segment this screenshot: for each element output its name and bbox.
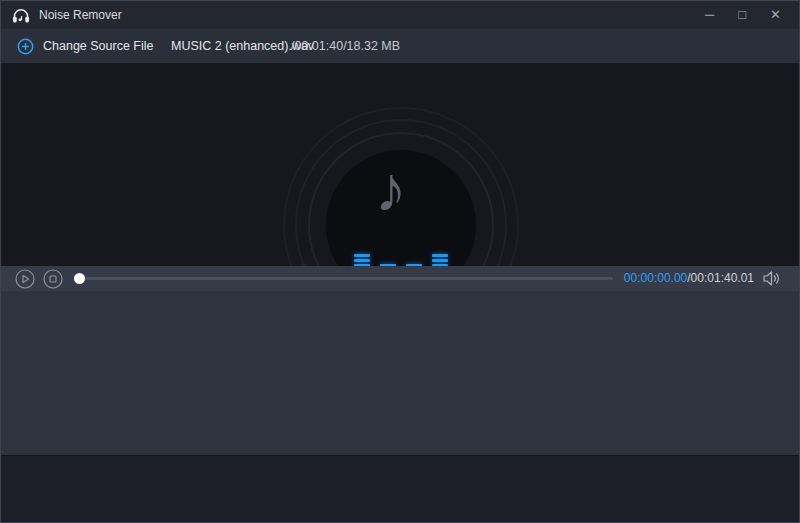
playback-progress-thumb[interactable] [74, 273, 85, 284]
title-bar: Noise Remover ─ □ ✕ [1, 1, 799, 29]
app-logo-headphones-icon [11, 7, 31, 24]
settings-panel: Audio Track: PCM_F32LE-1Channel ▼ Enable… [1, 291, 799, 456]
current-time: 00:00:00.00 [624, 271, 687, 285]
add-source-icon[interactable] [17, 38, 34, 55]
source-file-info: /00:01:40/18.32 MB [291, 39, 400, 53]
total-time: /00:01:40.01 [687, 271, 754, 285]
music-note-icon: ♪ [375, 157, 407, 221]
player-bar: 00:00:00.00/00:01:40.01 [1, 266, 799, 291]
volume-speaker-icon[interactable] [763, 271, 781, 286]
source-bar: Change Source File MUSIC 2 (enhanced).wa… [1, 29, 799, 63]
playback-progress-slider[interactable] [77, 277, 613, 280]
stop-button[interactable] [43, 269, 63, 289]
noise-remover-window: Noise Remover ─ □ ✕ Change Source File M… [0, 0, 800, 523]
window-controls: ─ □ ✕ [705, 1, 789, 29]
change-source-file-button[interactable]: Change Source File [43, 39, 153, 53]
time-display: 00:00:00.00/00:01:40.01 [624, 266, 754, 291]
window-title: Noise Remover [39, 8, 122, 22]
close-icon[interactable]: ✕ [770, 1, 781, 29]
minimize-icon[interactable]: ─ [705, 1, 714, 29]
maximize-icon[interactable]: □ [738, 1, 746, 29]
play-button[interactable] [15, 269, 35, 289]
output-bar: Name: MUSIC 2 (enhanced)_denois.mp3 ✎ Ou… [1, 456, 799, 523]
audio-preview-area: ♪ [1, 63, 799, 266]
